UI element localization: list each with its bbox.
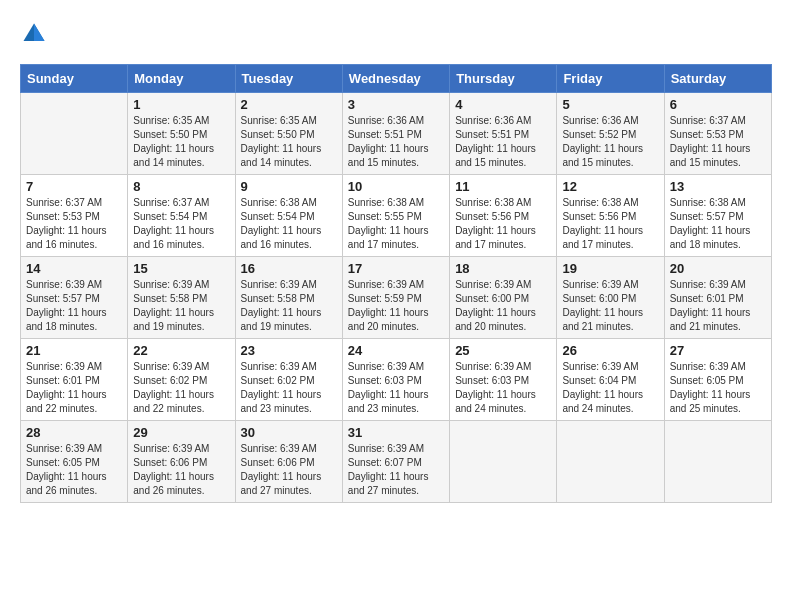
- logo-icon: [20, 20, 48, 48]
- calendar-day-cell: 22 Sunrise: 6:39 AMSunset: 6:02 PMDaylig…: [128, 339, 235, 421]
- calendar-day-cell: 26 Sunrise: 6:39 AMSunset: 6:04 PMDaylig…: [557, 339, 664, 421]
- day-number: 16: [241, 261, 337, 276]
- day-number: 13: [670, 179, 766, 194]
- calendar-day-cell: 13 Sunrise: 6:38 AMSunset: 5:57 PMDaylig…: [664, 175, 771, 257]
- day-number: 12: [562, 179, 658, 194]
- calendar-day-cell: 18 Sunrise: 6:39 AMSunset: 6:00 PMDaylig…: [450, 257, 557, 339]
- day-detail: Sunrise: 6:38 AMSunset: 5:57 PMDaylight:…: [670, 197, 751, 250]
- calendar-day-cell: 11 Sunrise: 6:38 AMSunset: 5:56 PMDaylig…: [450, 175, 557, 257]
- day-detail: Sunrise: 6:39 AMSunset: 6:02 PMDaylight:…: [133, 361, 214, 414]
- day-detail: Sunrise: 6:39 AMSunset: 5:58 PMDaylight:…: [241, 279, 322, 332]
- calendar-day-cell: 5 Sunrise: 6:36 AMSunset: 5:52 PMDayligh…: [557, 93, 664, 175]
- day-number: 3: [348, 97, 444, 112]
- calendar-day-cell: [450, 421, 557, 503]
- calendar-day-cell: 24 Sunrise: 6:39 AMSunset: 6:03 PMDaylig…: [342, 339, 449, 421]
- day-number: 28: [26, 425, 122, 440]
- day-of-week-header: Wednesday: [342, 65, 449, 93]
- day-detail: Sunrise: 6:36 AMSunset: 5:52 PMDaylight:…: [562, 115, 643, 168]
- day-of-week-header: Tuesday: [235, 65, 342, 93]
- calendar-day-cell: 1 Sunrise: 6:35 AMSunset: 5:50 PMDayligh…: [128, 93, 235, 175]
- calendar-day-cell: 6 Sunrise: 6:37 AMSunset: 5:53 PMDayligh…: [664, 93, 771, 175]
- calendar-day-cell: 28 Sunrise: 6:39 AMSunset: 6:05 PMDaylig…: [21, 421, 128, 503]
- day-number: 29: [133, 425, 229, 440]
- calendar-week-row: 14 Sunrise: 6:39 AMSunset: 5:57 PMDaylig…: [21, 257, 772, 339]
- day-detail: Sunrise: 6:39 AMSunset: 6:02 PMDaylight:…: [241, 361, 322, 414]
- day-detail: Sunrise: 6:39 AMSunset: 6:00 PMDaylight:…: [562, 279, 643, 332]
- calendar-week-row: 28 Sunrise: 6:39 AMSunset: 6:05 PMDaylig…: [21, 421, 772, 503]
- calendar-day-cell: 7 Sunrise: 6:37 AMSunset: 5:53 PMDayligh…: [21, 175, 128, 257]
- day-number: 27: [670, 343, 766, 358]
- calendar-day-cell: 17 Sunrise: 6:39 AMSunset: 5:59 PMDaylig…: [342, 257, 449, 339]
- day-detail: Sunrise: 6:36 AMSunset: 5:51 PMDaylight:…: [455, 115, 536, 168]
- calendar-day-cell: 25 Sunrise: 6:39 AMSunset: 6:03 PMDaylig…: [450, 339, 557, 421]
- calendar-day-cell: 10 Sunrise: 6:38 AMSunset: 5:55 PMDaylig…: [342, 175, 449, 257]
- day-detail: Sunrise: 6:39 AMSunset: 6:07 PMDaylight:…: [348, 443, 429, 496]
- calendar-day-cell: 12 Sunrise: 6:38 AMSunset: 5:56 PMDaylig…: [557, 175, 664, 257]
- calendar-week-row: 1 Sunrise: 6:35 AMSunset: 5:50 PMDayligh…: [21, 93, 772, 175]
- day-detail: Sunrise: 6:39 AMSunset: 5:58 PMDaylight:…: [133, 279, 214, 332]
- calendar-day-cell: 16 Sunrise: 6:39 AMSunset: 5:58 PMDaylig…: [235, 257, 342, 339]
- day-detail: Sunrise: 6:38 AMSunset: 5:54 PMDaylight:…: [241, 197, 322, 250]
- day-detail: Sunrise: 6:39 AMSunset: 6:05 PMDaylight:…: [670, 361, 751, 414]
- day-of-week-header: Thursday: [450, 65, 557, 93]
- calendar-day-cell: 30 Sunrise: 6:39 AMSunset: 6:06 PMDaylig…: [235, 421, 342, 503]
- day-number: 25: [455, 343, 551, 358]
- calendar-table: SundayMondayTuesdayWednesdayThursdayFrid…: [20, 64, 772, 503]
- calendar-day-cell: 20 Sunrise: 6:39 AMSunset: 6:01 PMDaylig…: [664, 257, 771, 339]
- day-number: 7: [26, 179, 122, 194]
- day-of-week-header: Monday: [128, 65, 235, 93]
- calendar-day-cell: [557, 421, 664, 503]
- day-detail: Sunrise: 6:39 AMSunset: 6:05 PMDaylight:…: [26, 443, 107, 496]
- day-number: 24: [348, 343, 444, 358]
- day-number: 20: [670, 261, 766, 276]
- day-detail: Sunrise: 6:39 AMSunset: 5:59 PMDaylight:…: [348, 279, 429, 332]
- day-number: 19: [562, 261, 658, 276]
- day-number: 18: [455, 261, 551, 276]
- day-number: 26: [562, 343, 658, 358]
- day-detail: Sunrise: 6:39 AMSunset: 6:03 PMDaylight:…: [348, 361, 429, 414]
- calendar-day-cell: [664, 421, 771, 503]
- calendar-day-cell: 3 Sunrise: 6:36 AMSunset: 5:51 PMDayligh…: [342, 93, 449, 175]
- day-number: 31: [348, 425, 444, 440]
- day-detail: Sunrise: 6:36 AMSunset: 5:51 PMDaylight:…: [348, 115, 429, 168]
- day-detail: Sunrise: 6:39 AMSunset: 6:03 PMDaylight:…: [455, 361, 536, 414]
- svg-marker-1: [34, 24, 45, 42]
- day-detail: Sunrise: 6:37 AMSunset: 5:54 PMDaylight:…: [133, 197, 214, 250]
- calendar-day-cell: 21 Sunrise: 6:39 AMSunset: 6:01 PMDaylig…: [21, 339, 128, 421]
- day-number: 2: [241, 97, 337, 112]
- day-detail: Sunrise: 6:39 AMSunset: 6:01 PMDaylight:…: [26, 361, 107, 414]
- day-number: 6: [670, 97, 766, 112]
- day-number: 1: [133, 97, 229, 112]
- day-detail: Sunrise: 6:39 AMSunset: 6:00 PMDaylight:…: [455, 279, 536, 332]
- day-number: 22: [133, 343, 229, 358]
- day-detail: Sunrise: 6:35 AMSunset: 5:50 PMDaylight:…: [133, 115, 214, 168]
- calendar-day-cell: 29 Sunrise: 6:39 AMSunset: 6:06 PMDaylig…: [128, 421, 235, 503]
- calendar-day-cell: 15 Sunrise: 6:39 AMSunset: 5:58 PMDaylig…: [128, 257, 235, 339]
- day-detail: Sunrise: 6:39 AMSunset: 6:06 PMDaylight:…: [241, 443, 322, 496]
- day-number: 5: [562, 97, 658, 112]
- day-detail: Sunrise: 6:35 AMSunset: 5:50 PMDaylight:…: [241, 115, 322, 168]
- calendar-day-cell: 23 Sunrise: 6:39 AMSunset: 6:02 PMDaylig…: [235, 339, 342, 421]
- day-detail: Sunrise: 6:39 AMSunset: 6:04 PMDaylight:…: [562, 361, 643, 414]
- day-detail: Sunrise: 6:38 AMSunset: 5:55 PMDaylight:…: [348, 197, 429, 250]
- day-of-week-header: Saturday: [664, 65, 771, 93]
- day-number: 15: [133, 261, 229, 276]
- day-number: 4: [455, 97, 551, 112]
- day-number: 8: [133, 179, 229, 194]
- calendar-day-cell: 31 Sunrise: 6:39 AMSunset: 6:07 PMDaylig…: [342, 421, 449, 503]
- day-number: 21: [26, 343, 122, 358]
- day-detail: Sunrise: 6:37 AMSunset: 5:53 PMDaylight:…: [26, 197, 107, 250]
- calendar-day-cell: 19 Sunrise: 6:39 AMSunset: 6:00 PMDaylig…: [557, 257, 664, 339]
- day-of-week-header: Friday: [557, 65, 664, 93]
- day-of-week-header: Sunday: [21, 65, 128, 93]
- page-header: [20, 20, 772, 48]
- day-number: 17: [348, 261, 444, 276]
- calendar-week-row: 21 Sunrise: 6:39 AMSunset: 6:01 PMDaylig…: [21, 339, 772, 421]
- calendar-day-cell: [21, 93, 128, 175]
- day-detail: Sunrise: 6:39 AMSunset: 5:57 PMDaylight:…: [26, 279, 107, 332]
- day-number: 14: [26, 261, 122, 276]
- day-detail: Sunrise: 6:39 AMSunset: 6:01 PMDaylight:…: [670, 279, 751, 332]
- calendar-day-cell: 8 Sunrise: 6:37 AMSunset: 5:54 PMDayligh…: [128, 175, 235, 257]
- calendar-day-cell: 9 Sunrise: 6:38 AMSunset: 5:54 PMDayligh…: [235, 175, 342, 257]
- calendar-day-cell: 14 Sunrise: 6:39 AMSunset: 5:57 PMDaylig…: [21, 257, 128, 339]
